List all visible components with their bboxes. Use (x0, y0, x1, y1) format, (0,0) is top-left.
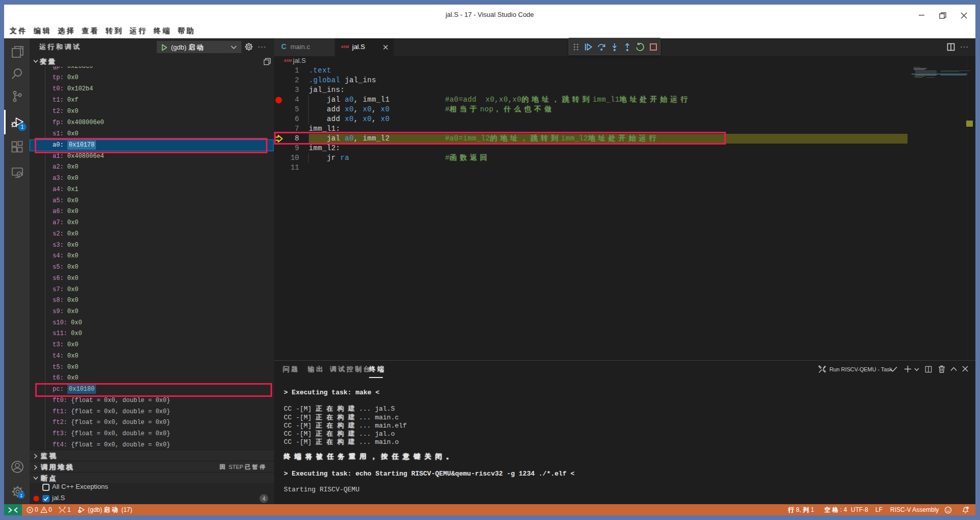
svg-text:1: 1 (20, 493, 22, 498)
svg-text:4: 4 (262, 496, 265, 502)
svg-text:1: 1 (21, 124, 24, 130)
